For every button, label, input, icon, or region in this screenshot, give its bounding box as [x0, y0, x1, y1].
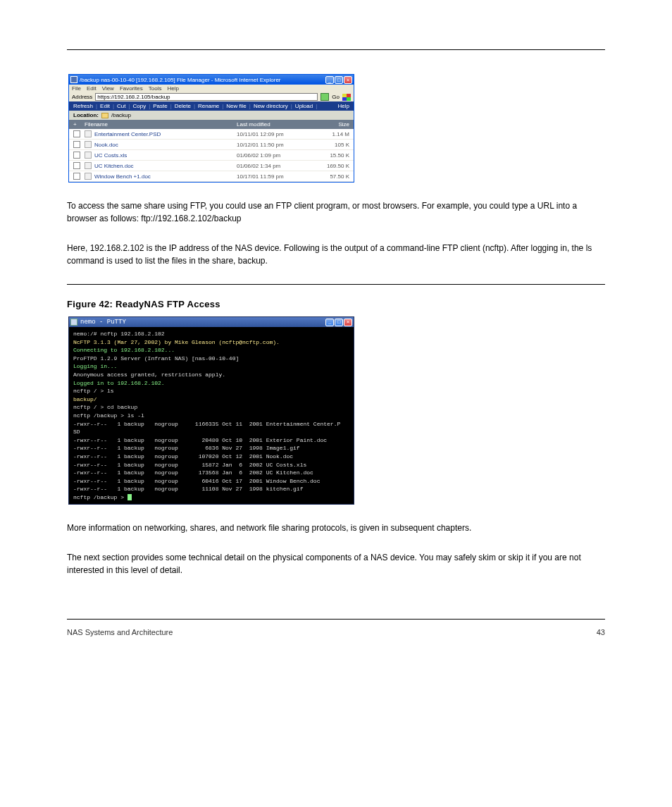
menu-help[interactable]: Help	[167, 85, 178, 92]
file-name[interactable]: Nook.doc	[94, 142, 237, 148]
body-text-ftp-cli: Here, 192.168.2.102 is the IP address of…	[67, 242, 605, 267]
row-checkbox[interactable]	[73, 141, 80, 148]
putty-titlebar[interactable]: nemo - PuTTY _ □ ×	[69, 317, 354, 327]
tb-upload[interactable]: Upload	[295, 103, 313, 109]
file-name[interactable]: UC Costs.xls	[94, 152, 237, 159]
tb-newfile[interactable]: New file	[226, 103, 246, 109]
tb-refresh[interactable]: Refresh	[73, 103, 93, 109]
file-name[interactable]: Window Bench +1.doc	[94, 173, 237, 180]
tb-delete[interactable]: Delete	[175, 103, 191, 109]
ie-titlebar[interactable]: /backup nas-00-10-40 [192.168.2.105] Fil…	[69, 75, 354, 85]
footer-left: NAS Systems and Architecture	[67, 628, 173, 636]
file-modified: 10/12/01 11:50 pm	[237, 142, 314, 148]
terminal-line: -rwxr--r-- 1 backup nogroup 15872 Jan 6 …	[73, 461, 349, 469]
page-footer: NAS Systems and Architecture 43	[67, 628, 605, 636]
terminal-line: ncftp / > ls	[73, 387, 349, 395]
file-modified: 01/06/02 1:09 pm	[237, 152, 314, 159]
maximize-button[interactable]: □	[335, 319, 343, 326]
maximize-button[interactable]: □	[335, 76, 343, 84]
table-row[interactable]: Entertainment Center.PSD10/11/01 12:09 p…	[69, 129, 354, 140]
file-icon	[85, 162, 92, 169]
terminal-line: NcFTP 3.1.3 (Mar 27, 2002) by Mike Gleas…	[73, 338, 349, 347]
table-row[interactable]: Window Bench +1.doc10/17/01 11:59 pm57.5…	[69, 171, 354, 182]
file-icon	[85, 173, 92, 180]
close-button[interactable]: ×	[344, 76, 352, 84]
file-size: 57.50 K	[314, 173, 349, 180]
ie-address-bar: Address https://192.168.2.105/backup Go	[69, 92, 354, 101]
section-rule	[67, 284, 605, 285]
terminal-line: -rwxr--r-- 1 backup nogroup 11108 Nov 27…	[73, 485, 349, 493]
row-checkbox[interactable]	[73, 162, 80, 169]
terminal-line: ncftp /backup >	[73, 493, 349, 502]
hdr-modified[interactable]: Last modified	[237, 121, 314, 128]
putty-window: nemo - PuTTY _ □ × nemo:/# ncftp 192.168…	[68, 316, 354, 505]
body-text-ftp-intro: To access the same share using FTP, you …	[67, 199, 605, 225]
file-table-header: + Filename Last modified Size	[69, 120, 354, 129]
tb-help[interactable]: Help	[338, 103, 349, 109]
putty-title: nemo - PuTTY	[80, 319, 126, 326]
tb-rename[interactable]: Rename	[198, 103, 219, 109]
file-modified: 10/11/01 12:09 pm	[237, 131, 314, 137]
ie-app-icon	[70, 76, 77, 83]
tb-newdir[interactable]: New directory	[254, 103, 288, 109]
location-bar: Location: /backup	[69, 111, 354, 120]
footer-rule	[67, 619, 605, 620]
file-size: 169.50 K	[314, 163, 349, 169]
row-checkbox[interactable]	[73, 130, 80, 137]
terminal-line: ncftp /backup > ls -l	[73, 412, 349, 420]
table-row[interactable]: UC Kitchen.doc01/06/02 1:34 pm169.50 K	[69, 161, 354, 171]
minimize-button[interactable]: _	[325, 76, 334, 84]
menu-edit[interactable]: Edit	[87, 85, 97, 92]
go-label: Go	[332, 94, 340, 100]
tb-copy[interactable]: Copy	[133, 103, 147, 109]
menu-favorites[interactable]: Favorites	[120, 85, 143, 92]
terminal-line: -rwxr--r-- 1 backup nogroup 1166335 Oct …	[73, 420, 349, 429]
terminal-line: Logged in to 192.168.2.102.	[73, 379, 349, 388]
menu-tools[interactable]: Tools	[149, 85, 162, 92]
close-button[interactable]: ×	[344, 319, 352, 326]
hdr-filename[interactable]: Filename	[85, 121, 237, 128]
ie-menubar: File Edit View Favorites Tools Help	[69, 85, 354, 92]
terminal-line: Anonymous access granted, restrictions a…	[73, 371, 349, 379]
go-button[interactable]	[321, 93, 329, 101]
location-label: Location:	[73, 112, 99, 118]
menu-view[interactable]: View	[102, 85, 114, 92]
terminal-line: ncftp / > cd backup	[73, 403, 349, 412]
file-icon	[85, 141, 92, 148]
terminal-line: Logging in...	[73, 362, 349, 371]
footer-page-number: 43	[597, 628, 605, 636]
ie-title: /backup nas-00-10-40 [192.168.2.105] Fil…	[80, 77, 281, 83]
address-value: https://192.168.2.105/backup	[97, 94, 170, 100]
address-input[interactable]: https://192.168.2.105/backup	[95, 93, 318, 101]
address-label: Address	[72, 94, 92, 100]
file-name[interactable]: UC Kitchen.doc	[94, 163, 237, 169]
file-manager-toolbar: Refresh| Edit| Cut| Copy| Paste| Delete|…	[69, 101, 354, 111]
putty-terminal[interactable]: nemo:/# ncftp 192.168.2.102NcFTP 3.1.3 (…	[69, 327, 354, 504]
putty-app-icon	[70, 319, 77, 326]
tb-paste[interactable]: Paste	[153, 103, 167, 109]
row-checkbox[interactable]	[73, 173, 80, 180]
minimize-button[interactable]: _	[325, 319, 334, 326]
terminal-line: Connecting to 192.168.2.102...	[73, 346, 349, 355]
folder-icon	[101, 113, 108, 118]
body-text-more-info: More information on networking, shares, …	[67, 522, 605, 534]
terminal-line: -rwxr--r-- 1 backup nogroup 20480 Oct 10…	[73, 436, 349, 445]
table-row[interactable]: UC Costs.xls01/06/02 1:09 pm15.50 K	[69, 150, 354, 161]
ie-throbber-icon	[342, 94, 351, 101]
terminal-line: -rwxr--r-- 1 backup nogroup 107020 Oct 1…	[73, 452, 349, 461]
menu-file[interactable]: File	[72, 85, 81, 92]
terminal-line: SD	[73, 428, 349, 436]
file-modified: 10/17/01 11:59 pm	[237, 173, 314, 180]
tb-edit[interactable]: Edit	[100, 103, 110, 109]
figure-caption: Figure 42: ReadyNAS FTP Access	[67, 299, 605, 309]
file-size: 15.50 K	[314, 152, 349, 159]
file-name[interactable]: Entertainment Center.PSD	[94, 131, 237, 137]
file-table-body: Entertainment Center.PSD10/11/01 12:09 p…	[69, 129, 354, 182]
table-row[interactable]: Nook.doc10/12/01 11:50 pm105 K	[69, 140, 354, 150]
page-top-rule	[67, 49, 605, 50]
tb-cut[interactable]: Cut	[117, 103, 125, 109]
row-checkbox[interactable]	[73, 152, 80, 159]
file-size: 1.14 M	[314, 131, 349, 137]
hdr-size[interactable]: Size	[314, 121, 349, 128]
body-text-next-section: The next section provides some technical…	[67, 551, 605, 577]
